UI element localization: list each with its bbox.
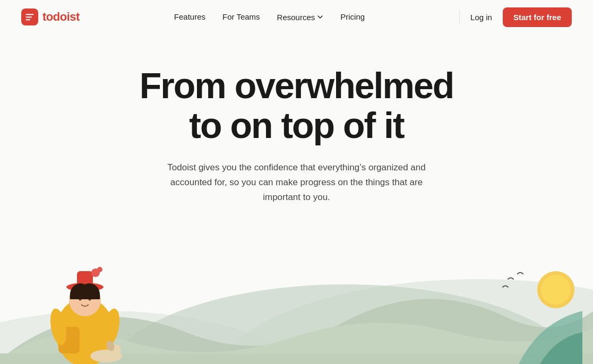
pricing-link[interactable]: Pricing	[340, 12, 365, 21]
nav-item-features[interactable]: Features	[174, 12, 205, 22]
nav-divider	[459, 11, 460, 23]
svg-point-23	[541, 275, 571, 305]
svg-point-12	[97, 267, 102, 272]
svg-rect-0	[26, 14, 34, 15]
hero-subtitle: Todoist gives you the confidence that ev…	[159, 160, 435, 205]
hero-section: From overwhelmed to on top of it Todoist…	[0, 34, 593, 215]
hero-title: From overwhelmed to on top of it	[140, 66, 454, 145]
character-right	[476, 258, 582, 364]
nav-item-resources[interactable]: Resources	[277, 13, 324, 22]
illustration-area	[0, 247, 593, 364]
character-left	[32, 253, 138, 364]
features-link[interactable]: Features	[174, 12, 205, 21]
logo-link[interactable]: todoist	[21, 8, 80, 25]
navbar: todoist Features For Teams Resources Pri…	[0, 0, 593, 34]
login-link[interactable]: Log in	[470, 13, 492, 22]
svg-rect-2	[26, 19, 30, 20]
nav-right: Log in Start for free	[459, 7, 572, 27]
nav-links: Features For Teams Resources Pricing	[174, 12, 365, 22]
resources-link[interactable]: Resources	[277, 13, 324, 22]
start-for-free-button[interactable]: Start for free	[503, 7, 572, 27]
logo-text: todoist	[42, 10, 80, 24]
chevron-down-icon	[317, 14, 323, 20]
nav-item-for-teams[interactable]: For Teams	[222, 12, 260, 22]
for-teams-link[interactable]: For Teams	[222, 12, 260, 21]
nav-item-pricing[interactable]: Pricing	[340, 12, 365, 22]
logo-icon	[21, 8, 38, 25]
svg-point-20	[115, 345, 121, 351]
svg-rect-1	[26, 16, 32, 18]
